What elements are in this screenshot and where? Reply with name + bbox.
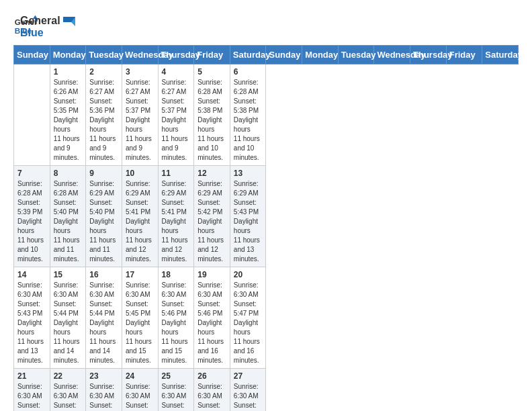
calendar-cell: 25Sunrise: 6:30 AMSunset: 5:50 PMDayligh… [158,369,194,411]
calendar-cell: 17Sunrise: 6:30 AMSunset: 5:45 PMDayligh… [122,267,158,369]
day-number: 17 [126,270,154,279]
calendar-cell: 10Sunrise: 6:29 AMSunset: 5:41 PMDayligh… [122,166,158,267]
day-number: 26 [197,371,226,381]
header-monday: Monday [302,46,339,64]
day-info: Sunrise: 6:30 AMSunset: 5:49 PMDaylight … [89,382,118,411]
calendar-week-1: 1Sunrise: 6:26 AMSunset: 5:35 PMDaylight… [14,64,519,166]
calendar-cell: 19Sunrise: 6:30 AMSunset: 5:46 PMDayligh… [194,267,230,369]
day-info: Sunrise: 6:28 AMSunset: 5:39 PMDaylight … [17,179,46,264]
calendar-cell: 15Sunrise: 6:30 AMSunset: 5:44 PMDayligh… [50,267,86,369]
logo-general: General [20,15,75,27]
day-info: Sunrise: 6:30 AMSunset: 5:50 PMDaylight … [162,382,191,411]
day-number: 11 [162,169,191,178]
day-info: Sunrise: 6:30 AMSunset: 5:44 PMDaylight … [89,281,118,365]
day-number: 25 [162,371,191,381]
day-number: 20 [234,270,263,279]
day-number: 9 [89,169,118,178]
day-info: Sunrise: 6:30 AMSunset: 5:46 PMDaylight … [162,281,191,365]
day-info: Sunrise: 6:27 AMSunset: 5:37 PMDaylight … [126,78,154,163]
header-thursday: Thursday [158,46,194,64]
page-header: General Blue General Blue [13,13,519,38]
header-tuesday: Tuesday [338,46,374,64]
day-number: 16 [89,270,118,279]
calendar-cell: 24Sunrise: 6:30 AMSunset: 5:49 PMDayligh… [122,369,158,411]
calendar-table: SundayMondayTuesdayWednesdayThursdayFrid… [13,45,519,411]
logo-flag-icon [63,17,75,26]
day-number: 1 [54,67,83,77]
logo-blue: Blue [20,27,75,39]
header-sunday: Sunday [14,46,50,64]
header-wednesday: Wednesday [374,46,410,64]
calendar-cell: 5Sunrise: 6:28 AMSunset: 5:38 PMDaylight… [194,64,230,166]
day-number: 10 [126,169,154,178]
header-tuesday: Tuesday [86,46,122,64]
day-info: Sunrise: 6:28 AMSunset: 5:38 PMDaylight … [234,78,263,163]
calendar-cell: 7Sunrise: 6:28 AMSunset: 5:39 PMDaylight… [14,166,50,267]
day-info: Sunrise: 6:30 AMSunset: 5:49 PMDaylight … [126,382,154,411]
calendar-cell: 16Sunrise: 6:30 AMSunset: 5:44 PMDayligh… [86,267,122,369]
day-info: Sunrise: 6:30 AMSunset: 5:51 PMDaylight … [234,382,263,411]
calendar-cell: 21Sunrise: 6:30 AMSunset: 5:47 PMDayligh… [14,369,50,411]
calendar-cell: 2Sunrise: 6:27 AMSunset: 5:36 PMDaylight… [86,64,122,166]
day-number: 18 [162,270,191,279]
header-thursday: Thursday [410,46,447,64]
calendar-cell: 13Sunrise: 6:29 AMSunset: 5:43 PMDayligh… [230,166,266,267]
day-info: Sunrise: 6:30 AMSunset: 5:47 PMDaylight … [234,281,263,365]
day-number: 7 [17,169,46,178]
day-number: 21 [17,371,46,381]
day-info: Sunrise: 6:30 AMSunset: 5:46 PMDaylight … [197,281,226,365]
day-number: 13 [234,169,263,178]
header-friday: Friday [194,46,230,64]
day-info: Sunrise: 6:30 AMSunset: 5:47 PMDaylight … [17,382,46,411]
calendar-cell [14,64,50,166]
day-info: Sunrise: 6:29 AMSunset: 5:43 PMDaylight … [234,179,263,264]
day-info: Sunrise: 6:29 AMSunset: 5:40 PMDaylight … [89,179,118,264]
calendar-cell: 1Sunrise: 6:26 AMSunset: 5:35 PMDaylight… [50,64,86,166]
day-number: 12 [197,169,226,178]
day-info: Sunrise: 6:27 AMSunset: 5:37 PMDaylight … [162,78,191,163]
calendar-cell: 3Sunrise: 6:27 AMSunset: 5:37 PMDaylight… [122,64,158,166]
calendar-week-2: 7Sunrise: 6:28 AMSunset: 5:39 PMDaylight… [14,166,519,267]
day-number: 27 [234,371,263,381]
header-wednesday: Wednesday [122,46,158,64]
day-number: 2 [89,67,118,77]
calendar-cell: 9Sunrise: 6:29 AMSunset: 5:40 PMDaylight… [86,166,122,267]
day-info: Sunrise: 6:30 AMSunset: 5:50 PMDaylight … [197,382,226,411]
day-number: 14 [17,270,46,279]
day-info: Sunrise: 6:29 AMSunset: 5:42 PMDaylight … [197,179,226,264]
day-info: Sunrise: 6:29 AMSunset: 5:41 PMDaylight … [126,179,154,264]
calendar-cell: 8Sunrise: 6:28 AMSunset: 5:40 PMDaylight… [50,166,86,267]
day-number: 24 [126,371,154,381]
day-info: Sunrise: 6:30 AMSunset: 5:43 PMDaylight … [17,281,46,365]
header-monday: Monday [50,46,86,64]
day-info: Sunrise: 6:26 AMSunset: 5:35 PMDaylight … [54,78,83,163]
calendar-cell: 12Sunrise: 6:29 AMSunset: 5:42 PMDayligh… [194,166,230,267]
calendar-cell: 26Sunrise: 6:30 AMSunset: 5:50 PMDayligh… [194,369,230,411]
calendar-cell: 23Sunrise: 6:30 AMSunset: 5:49 PMDayligh… [86,369,122,411]
calendar-cell: 4Sunrise: 6:27 AMSunset: 5:37 PMDaylight… [158,64,194,166]
calendar-cell: 27Sunrise: 6:30 AMSunset: 5:51 PMDayligh… [230,369,266,411]
header-saturday: Saturday [482,46,519,64]
header-saturday: Saturday [230,46,266,64]
calendar-cell: 18Sunrise: 6:30 AMSunset: 5:46 PMDayligh… [158,267,194,369]
day-info: Sunrise: 6:28 AMSunset: 5:40 PMDaylight … [54,179,83,264]
day-number: 6 [234,67,263,77]
header-sunday: Sunday [266,46,302,64]
calendar-cell: 6Sunrise: 6:28 AMSunset: 5:38 PMDaylight… [230,64,266,166]
day-info: Sunrise: 6:30 AMSunset: 5:44 PMDaylight … [54,281,83,365]
day-number: 8 [54,169,83,178]
day-number: 15 [54,270,83,279]
calendar-cell: 14Sunrise: 6:30 AMSunset: 5:43 PMDayligh… [14,267,50,369]
day-number: 3 [126,67,154,77]
calendar-cell: 20Sunrise: 6:30 AMSunset: 5:47 PMDayligh… [230,267,266,369]
calendar-cell: 22Sunrise: 6:30 AMSunset: 5:48 PMDayligh… [50,369,86,411]
day-number: 23 [89,371,118,381]
header-friday: Friday [446,46,482,64]
day-info: Sunrise: 6:29 AMSunset: 5:41 PMDaylight … [162,179,191,264]
day-info: Sunrise: 6:30 AMSunset: 5:45 PMDaylight … [126,281,154,365]
day-info: Sunrise: 6:30 AMSunset: 5:48 PMDaylight … [54,382,83,411]
day-number: 5 [197,67,226,77]
day-number: 4 [162,67,191,77]
day-info: Sunrise: 6:28 AMSunset: 5:38 PMDaylight … [197,78,226,163]
logo: General Blue General Blue [13,13,75,38]
